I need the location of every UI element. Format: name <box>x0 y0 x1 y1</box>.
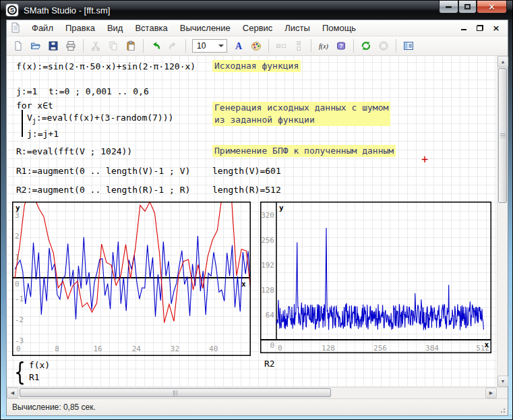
svg-text:0: 0 <box>15 280 20 289</box>
mdi-restore-button[interactable] <box>475 24 485 32</box>
horizontal-scrollbar[interactable]: ◀ ▶ <box>7 387 508 398</box>
undo-button[interactable] <box>148 38 164 54</box>
formula-region[interactable]: j:=1 <box>16 86 37 96</box>
toolbar-separator <box>396 39 396 53</box>
svg-text:-1: -1 <box>15 295 24 304</box>
svg-text:3: 3 <box>15 212 20 220</box>
mdi-close-button[interactable]: × <box>491 24 501 32</box>
scroll-left-button[interactable]: ◀ <box>7 388 18 398</box>
legend-entry: f(x) <box>29 359 50 371</box>
plot-legend[interactable]: {f(x)R1 <box>12 357 50 386</box>
maximize-icon <box>464 4 471 9</box>
close-button[interactable]: ✕ <box>477 1 507 13</box>
formula-region[interactable]: R2:=augment(0 .. length(R)-1 ; R) <box>16 185 190 195</box>
text-note[interactable]: Исходная функция <box>212 60 301 72</box>
svg-text:x: x <box>241 280 246 289</box>
scroll-up-button[interactable]: ▲ <box>497 56 508 67</box>
print-button[interactable] <box>63 38 79 54</box>
chevron-down-icon[interactable] <box>218 44 224 47</box>
save-button[interactable] <box>45 38 61 54</box>
copy-button <box>105 38 121 54</box>
svg-text:40: 40 <box>209 344 218 353</box>
document-icon <box>11 22 20 33</box>
formula-region[interactable]: t:=0 ; 0,001 .. 0,6 <box>49 86 149 96</box>
svg-text:32: 32 <box>171 344 179 353</box>
toolbar-separator <box>83 39 84 53</box>
app-window: S SMath Studio - [fft.sm] ✕ ФайлПравкаВи… <box>0 0 513 420</box>
align-horizontal-button <box>273 38 289 54</box>
menu-item-5[interactable]: Вычисление <box>174 21 237 35</box>
svg-text:0: 0 <box>270 341 274 350</box>
redo-button <box>165 38 181 54</box>
new-button[interactable] <box>10 38 26 54</box>
mdi-restore-icon <box>477 25 483 31</box>
legend-entry: R1 <box>29 371 50 384</box>
function-icon: f(x) <box>318 40 329 51</box>
insertion-cursor-cross[interactable]: + <box>421 156 428 162</box>
thumb-grip <box>173 390 178 396</box>
horizontal-scroll-thumb[interactable] <box>20 388 331 397</box>
formula-region[interactable]: f(x):=sin(2·π·50·x)+sin(2·π·120·x) <box>16 61 195 71</box>
svg-text:256: 256 <box>261 236 274 245</box>
toolbar-separator <box>353 39 354 53</box>
toolbar-separator <box>268 39 269 53</box>
print-icon <box>65 40 76 51</box>
recalculate-button[interactable] <box>358 38 374 54</box>
menu-items: ФайлПравкаВидВставкаВычислениеСервисЛист… <box>26 21 362 35</box>
scroll-down-button[interactable]: ▼ <box>497 376 508 387</box>
text-note[interactable]: Применение БПФ к полученным данным <box>212 145 396 157</box>
menu-item-2[interactable]: Правка <box>59 21 101 35</box>
formula-region[interactable]: for x∈t <box>16 100 53 111</box>
menu-item-3[interactable]: Вид <box>101 21 129 35</box>
palette-button[interactable] <box>248 38 264 54</box>
vertical-scrollbar[interactable]: ▲ ▼ <box>497 56 508 387</box>
close-icon: ✕ <box>488 3 495 11</box>
options-button[interactable] <box>400 38 417 54</box>
svg-text:384: 384 <box>425 344 439 353</box>
svg-text:0: 0 <box>278 344 282 353</box>
formula-region[interactable]: R:=eval(fft(V ; 1024)) <box>16 146 132 156</box>
menu-item-4[interactable]: Вставка <box>129 21 173 35</box>
result-region[interactable]: length(V)=601 <box>212 166 281 176</box>
fft-plot[interactable]: 3202561921286400128256384512yx <box>260 202 491 356</box>
svg-text:A: A <box>235 41 243 51</box>
maximize-button[interactable] <box>458 1 477 13</box>
open-button[interactable] <box>28 38 44 54</box>
font-size-combobox[interactable]: 10 <box>192 39 227 53</box>
status-text: Вычисление: 0,85 сек. <box>12 402 96 412</box>
font-color-icon: A <box>233 40 244 51</box>
svg-text:320: 320 <box>261 211 274 220</box>
formula-region[interactable]: R1:=augment(0 .. length(V)-1 ; V) <box>16 166 190 176</box>
thumb-grip <box>500 133 506 138</box>
svg-text:1: 1 <box>15 253 20 262</box>
text-note[interactable]: Генерация исходных данных с шумом из зад… <box>212 102 390 126</box>
window-title: SMath Studio - [fft.sm] <box>24 5 110 16</box>
worksheet-canvas[interactable]: f(x):=sin(2·π·50·x)+sin(2·π·120·x)Исходн… <box>7 56 497 387</box>
save-icon <box>48 40 59 51</box>
for-loop-bar[interactable] <box>22 110 23 137</box>
mdi-minimize-button[interactable] <box>459 24 469 32</box>
toolbar: 10Af(x)? <box>7 36 508 57</box>
result-region[interactable]: length(R)=512 <box>212 185 281 195</box>
mdi-minimize-icon <box>461 29 466 30</box>
formula-region[interactable]: Vj:=eval(f(x)+(3-random(7))) <box>27 113 173 125</box>
formula-region[interactable]: j:=j+1 <box>27 129 59 139</box>
scroll-right-button[interactable]: ▶ <box>485 388 497 398</box>
font-color-button[interactable]: A <box>231 38 247 54</box>
reference-book-button[interactable]: ? <box>333 38 349 54</box>
paste-button[interactable] <box>123 38 139 54</box>
svg-text:128: 128 <box>261 286 274 295</box>
menu-item-6[interactable]: Сервис <box>237 21 279 35</box>
signal-plot[interactable]: 3210-1-2-30816243240yx <box>12 202 251 359</box>
plot-series-label[interactable]: R2 <box>264 359 275 369</box>
menu-item-1[interactable]: Файл <box>26 21 59 35</box>
title-bar[interactable]: S SMath Studio - [fft.sm] ✕ <box>1 1 513 20</box>
menu-item-7[interactable]: Листы <box>278 21 316 35</box>
open-icon <box>30 40 41 51</box>
resize-grip[interactable] <box>499 407 506 413</box>
function-button[interactable]: f(x) <box>315 38 332 54</box>
menu-item-8[interactable]: Помощь <box>316 21 362 35</box>
vertical-scroll-thumb[interactable] <box>498 68 507 203</box>
svg-text:?: ? <box>339 42 343 49</box>
minimize-button[interactable] <box>439 1 458 13</box>
